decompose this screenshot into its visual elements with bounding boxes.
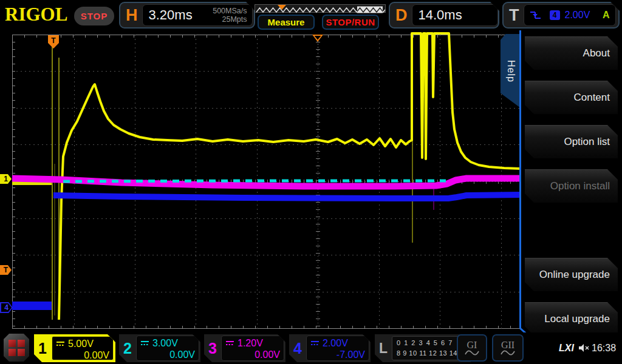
dc-coupling-icon: [56, 341, 65, 347]
memory-position-bar[interactable]: [255, 4, 386, 13]
channel3-offset: 0.00V: [225, 349, 280, 360]
menu-item-content[interactable]: Content: [525, 81, 618, 114]
horizontal-timebase-box[interactable]: H 3.20ms 500MSa/s 25Mpts: [119, 2, 255, 29]
memory-depth: 25Mpts: [222, 15, 247, 24]
menu-item-option-list[interactable]: Option list: [525, 125, 618, 158]
sidebar-border: [519, 30, 521, 329]
delay-box[interactable]: D 14.0ms: [389, 2, 499, 29]
dc-coupling-icon: [225, 340, 234, 346]
channel3-scale: 1.20V: [238, 338, 263, 349]
dc-coupling-icon: [140, 340, 149, 346]
stop-run-button[interactable]: STOP/RUN: [322, 15, 379, 30]
sample-rate: 500MSa/s: [213, 7, 247, 15]
channel2-box[interactable]: 2 3.00V 0.00V: [119, 334, 200, 362]
menu-grid-icon: [9, 340, 25, 356]
logic-label: L: [375, 334, 392, 362]
channel2-scale: 3.00V: [152, 338, 178, 349]
speaker-muted-icon[interactable]: [578, 343, 590, 355]
channel4-scale: 2.00V: [323, 338, 348, 349]
memory-trigger-marker-icon: [278, 5, 286, 10]
falling-edge-icon: [529, 10, 542, 21]
sine-wave-icon: [501, 349, 515, 356]
channel1-offset: 0.00V: [56, 349, 109, 361]
sine-wave-icon: [465, 349, 479, 356]
ch4-main-trace: [53, 195, 521, 198]
clock-time: 16:38: [592, 343, 616, 354]
dc-coupling-icon: [310, 340, 320, 346]
help-menu-panel: About Content Option list Option install…: [521, 30, 622, 340]
menu-item-local-upgrade[interactable]: Local upgrade: [525, 302, 618, 335]
ch1-main-trace: [59, 33, 521, 320]
bottom-status-bar: 1 5.00V 0.00V 2: [0, 332, 622, 364]
top-status-bar: RIGOL STOP H 3.20ms 500MSa/s 25Mpts Meas…: [0, 0, 622, 30]
channel4-offset: -7.00V: [310, 349, 365, 360]
menu-item-option-install[interactable]: Option install: [525, 169, 618, 203]
channel3-box[interactable]: 3 1.20V 0.00V: [204, 334, 285, 362]
waveform-display: 1 T 4 T: [0, 30, 522, 332]
channel1-scale: 5.00V: [68, 339, 94, 349]
rigol-logo: RIGOL: [5, 4, 67, 25]
channel1-box[interactable]: 1 5.00V 0.00V: [34, 334, 115, 362]
timebase-value: 3.20ms: [143, 7, 193, 23]
acquisition-status-badge: STOP: [74, 7, 114, 25]
main-menu-button[interactable]: [4, 334, 29, 362]
delay-value: 14.0ms: [412, 7, 462, 23]
trigger-label: T: [504, 6, 524, 25]
measure-button[interactable]: Measure: [258, 15, 315, 30]
delay-label: D: [390, 6, 412, 25]
oscilloscope-screen: 1 T 4 T RIGOL STOP H 3.20ms 500MSa/s 25M…: [0, 0, 622, 364]
menu-item-online-upgrade[interactable]: Online upgrade: [525, 258, 618, 291]
generator2-button[interactable]: GII: [492, 334, 524, 362]
lxi-logo: LXI: [559, 343, 574, 354]
trigger-source-chip: 4: [550, 10, 560, 20]
menu-item-about[interactable]: About: [525, 36, 618, 70]
memory-waveform-overview: [255, 6, 385, 13]
trigger-box[interactable]: T 4 2.00V A: [502, 2, 620, 29]
horizontal-label: H: [120, 6, 142, 25]
channel4-box[interactable]: 4 2.00V -7.00V: [289, 334, 371, 362]
trigger-level-value: 2.00V: [565, 10, 590, 21]
channel2-offset: 0.00V: [140, 349, 195, 360]
waveform-traces: [0, 30, 521, 332]
trigger-sweep-mode: A: [603, 10, 610, 21]
generator1-button[interactable]: GI: [457, 334, 487, 362]
